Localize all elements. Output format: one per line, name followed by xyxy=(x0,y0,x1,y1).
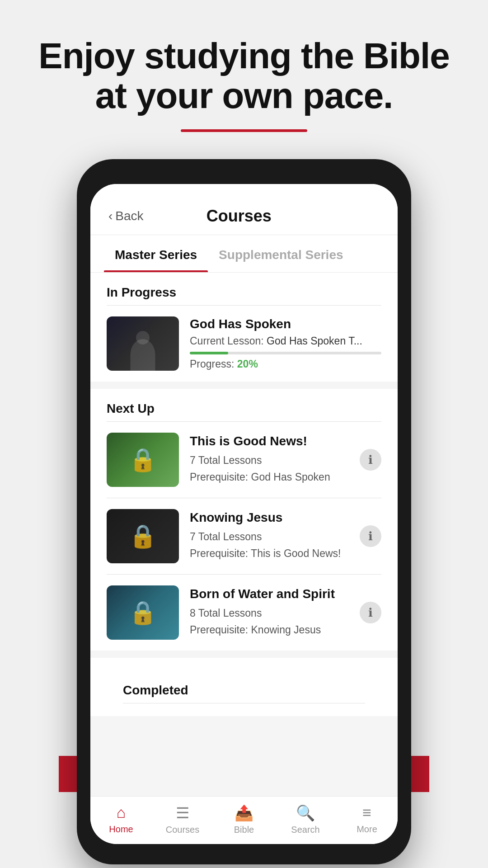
nav-courses[interactable]: ☰ Courses xyxy=(152,804,213,835)
tab-supplemental-series[interactable]: Supplemental Series xyxy=(208,235,354,272)
born-of-water-info-button[interactable]: ℹ xyxy=(360,602,381,623)
good-news-meta: 7 Total Lessons Prerequisite: God Has Sp… xyxy=(190,452,349,486)
person-figure xyxy=(107,316,179,371)
knowing-jesus-meta: 7 Total Lessons Prerequisite: This is Go… xyxy=(190,528,349,562)
current-lesson-text: Current Lesson: God Has Spoken T... xyxy=(190,335,381,347)
god-has-spoken-title: God Has Spoken xyxy=(190,317,381,331)
next-up-header: Next Up xyxy=(90,389,398,421)
completed-section: Completed xyxy=(90,658,398,716)
app-content: ‹ Back Courses Master Series Supplementa… xyxy=(90,184,398,844)
back-chevron-icon: ‹ xyxy=(108,209,113,223)
lock-icon-3: 🔒 xyxy=(129,599,157,626)
progress-value: 20% xyxy=(237,358,258,370)
good-news-title: This is Good News! xyxy=(190,434,349,448)
phone-notch xyxy=(203,169,285,177)
phone-frame: ‹ Back Courses Master Series Supplementa… xyxy=(77,159,411,864)
good-news-info-button[interactable]: ℹ xyxy=(360,449,381,471)
more-label: More xyxy=(357,824,377,835)
nav-search[interactable]: 🔍 Search xyxy=(275,804,336,835)
progress-bar-fill xyxy=(190,352,228,354)
god-has-spoken-card[interactable]: God Has Spoken Current Lesson: God Has S… xyxy=(90,306,398,382)
tab-bar: Master Series Supplemental Series xyxy=(90,235,398,273)
scroll-content[interactable]: In Progress God Has Spoken Current Lesso… xyxy=(90,273,398,796)
nav-home[interactable]: ⌂ Home xyxy=(90,804,152,835)
page-header: Enjoy studying the Bible at your own pac… xyxy=(0,0,488,150)
nav-bible[interactable]: 📤 Bible xyxy=(213,804,275,835)
courses-icon: ☰ xyxy=(176,804,189,822)
search-icon: 🔍 xyxy=(296,804,315,822)
current-lesson-value: God Has Spoken T... xyxy=(267,335,362,347)
tab-master-series[interactable]: Master Series xyxy=(104,235,208,272)
nav-more[interactable]: ≡ More xyxy=(336,804,398,835)
home-label: Home xyxy=(109,824,133,835)
god-has-spoken-info: God Has Spoken Current Lesson: God Has S… xyxy=(190,317,381,370)
knowing-jesus-card[interactable]: 🔒 Knowing Jesus 7 Total Lessons Prerequi… xyxy=(90,498,398,574)
lock-icon-2: 🔒 xyxy=(129,523,157,549)
born-of-water-thumbnail: 🔒 xyxy=(107,585,179,640)
more-icon: ≡ xyxy=(362,804,371,821)
app-header: ‹ Back Courses xyxy=(90,184,398,235)
header-title: Courses xyxy=(144,207,334,226)
home-icon: ⌂ xyxy=(117,804,126,821)
page-title: Enjoy studying the Bible at your own pac… xyxy=(27,36,461,116)
progress-bar-container xyxy=(190,352,381,354)
progress-text: Progress: 20% xyxy=(190,358,381,370)
born-of-water-info: Born of Water and Spirit 8 Total Lessons… xyxy=(190,587,349,638)
search-label: Search xyxy=(291,825,319,835)
born-of-water-card[interactable]: 🔒 Born of Water and Spirit 8 Total Lesso… xyxy=(90,575,398,651)
completed-header: Completed xyxy=(107,670,381,703)
decorative-underline xyxy=(181,129,307,132)
bible-label: Bible xyxy=(234,825,254,835)
knowing-jesus-thumbnail: 🔒 xyxy=(107,509,179,563)
back-button[interactable]: ‹ Back xyxy=(108,209,144,223)
born-of-water-title: Born of Water and Spirit xyxy=(190,587,349,601)
in-progress-header: In Progress xyxy=(90,273,398,305)
bottom-nav: ⌂ Home ☰ Courses 📤 Bible 🔍 Search xyxy=(90,796,398,844)
section-divider-5 xyxy=(123,703,365,703)
knowing-jesus-title: Knowing Jesus xyxy=(190,510,349,525)
good-news-thumbnail: 🔒 xyxy=(107,433,179,487)
back-label: Back xyxy=(115,209,143,223)
in-progress-section: In Progress God Has Spoken Current Lesso… xyxy=(90,273,398,382)
good-news-info: This is Good News! 7 Total Lessons Prere… xyxy=(190,434,349,486)
next-up-section: Next Up 🔒 This is Good News! 7 Total Les… xyxy=(90,389,398,651)
knowing-jesus-info: Knowing Jesus 7 Total Lessons Prerequisi… xyxy=(190,510,349,562)
bible-icon: 📤 xyxy=(235,804,253,822)
courses-label: Courses xyxy=(166,825,199,835)
phone-screen: ‹ Back Courses Master Series Supplementa… xyxy=(90,184,398,844)
knowing-jesus-info-button[interactable]: ℹ xyxy=(360,525,381,547)
god-has-spoken-thumbnail xyxy=(107,316,179,371)
lock-icon: 🔒 xyxy=(129,447,157,473)
good-news-card[interactable]: 🔒 This is Good News! 7 Total Lessons Pre… xyxy=(90,422,398,498)
phone-mockup: ‹ Back Courses Master Series Supplementa… xyxy=(77,159,411,864)
born-of-water-meta: 8 Total Lessons Prerequisite: Knowing Je… xyxy=(190,605,349,638)
